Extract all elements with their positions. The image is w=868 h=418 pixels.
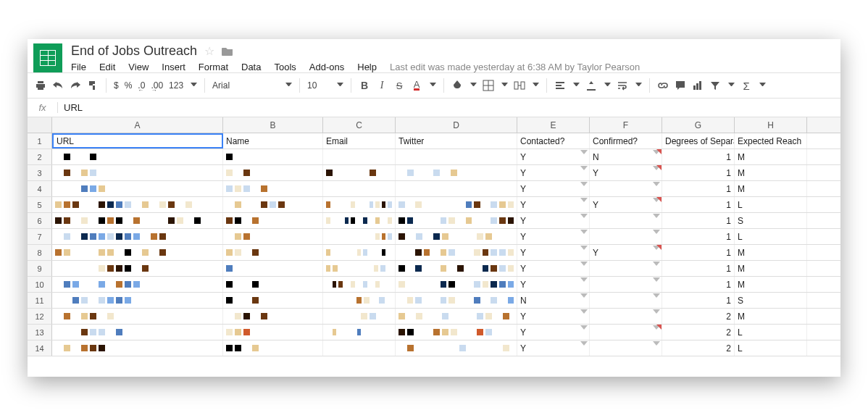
- cell[interactable]: 1: [662, 149, 735, 164]
- cell[interactable]: [396, 149, 517, 164]
- row-header[interactable]: 6: [28, 213, 52, 228]
- cell[interactable]: 1: [662, 197, 735, 212]
- cell[interactable]: [396, 165, 517, 180]
- dropdown-icon[interactable]: [653, 277, 660, 282]
- menu-insert[interactable]: Insert: [162, 62, 185, 72]
- cell[interactable]: Y: [517, 213, 590, 228]
- cell[interactable]: [223, 261, 323, 276]
- cell[interactable]: [52, 309, 223, 324]
- cell[interactable]: Y: [517, 340, 590, 356]
- star-icon[interactable]: ☆: [204, 44, 214, 58]
- link-icon[interactable]: [657, 80, 669, 91]
- cell[interactable]: Y: [590, 165, 662, 180]
- cell[interactable]: [590, 277, 662, 292]
- row-header[interactable]: 11: [28, 293, 52, 308]
- chevron-down-icon[interactable]: [573, 83, 580, 89]
- cell[interactable]: [52, 165, 223, 180]
- cell[interactable]: Y: [517, 197, 590, 212]
- row-header[interactable]: 4: [28, 181, 52, 196]
- chevron-down-icon[interactable]: [191, 83, 197, 89]
- cell[interactable]: [323, 229, 396, 244]
- bold-icon[interactable]: B: [359, 80, 370, 91]
- cell[interactable]: Twitter: [396, 133, 517, 149]
- dropdown-icon[interactable]: [580, 309, 588, 314]
- spreadsheet-grid[interactable]: A B C D E F G H 1 URL Name Email Twitter…: [28, 117, 840, 356]
- row-header[interactable]: 10: [28, 277, 52, 292]
- format-percent[interactable]: %: [125, 80, 133, 91]
- font-size-selector[interactable]: 10: [307, 80, 317, 91]
- col-header-g[interactable]: G: [662, 117, 735, 133]
- decrease-decimal[interactable]: .0←: [138, 80, 145, 91]
- menu-format[interactable]: Format: [199, 62, 228, 72]
- col-header-d[interactable]: D: [396, 117, 517, 133]
- cell[interactable]: S: [735, 293, 807, 308]
- dropdown-icon[interactable]: [580, 277, 588, 282]
- format-currency[interactable]: $: [114, 80, 119, 91]
- col-header-a[interactable]: A: [52, 117, 223, 133]
- cell[interactable]: [323, 277, 396, 292]
- cell[interactable]: [323, 165, 396, 180]
- cell[interactable]: [52, 213, 223, 228]
- text-color-icon[interactable]: A: [411, 80, 422, 91]
- cell[interactable]: [223, 245, 323, 260]
- functions-icon[interactable]: Σ: [740, 80, 752, 91]
- cell[interactable]: M: [735, 165, 807, 180]
- cell[interactable]: M: [735, 277, 807, 292]
- cell[interactable]: Email: [323, 133, 396, 149]
- borders-icon[interactable]: [483, 80, 494, 91]
- chevron-down-icon[interactable]: [470, 83, 477, 89]
- cell[interactable]: [396, 340, 517, 356]
- cell[interactable]: [396, 309, 517, 324]
- cell[interactable]: Degrees of Separation: [662, 133, 735, 149]
- dropdown-icon[interactable]: [653, 262, 660, 266]
- cell[interactable]: URL: [52, 133, 223, 149]
- dropdown-icon[interactable]: [580, 198, 588, 202]
- increase-decimal[interactable]: .00→: [151, 80, 163, 91]
- cell[interactable]: [223, 309, 323, 324]
- cell[interactable]: L: [735, 229, 807, 244]
- cell[interactable]: [396, 261, 517, 276]
- cell[interactable]: [590, 293, 662, 308]
- menu-help[interactable]: Help: [357, 62, 377, 72]
- cell[interactable]: [223, 277, 323, 292]
- cell[interactable]: [590, 325, 662, 340]
- cell[interactable]: [52, 197, 223, 212]
- cell[interactable]: Y: [590, 245, 662, 260]
- cell[interactable]: [223, 165, 323, 180]
- cell[interactable]: [52, 181, 223, 196]
- fill-color-icon[interactable]: [451, 80, 463, 91]
- menu-tools[interactable]: Tools: [274, 62, 296, 72]
- chevron-down-icon[interactable]: [728, 83, 735, 89]
- cell[interactable]: N: [517, 293, 590, 308]
- dropdown-icon[interactable]: [580, 341, 588, 346]
- merge-cells-icon[interactable]: [514, 80, 525, 91]
- cell[interactable]: M: [735, 181, 807, 196]
- comment-icon[interactable]: [675, 80, 686, 91]
- dropdown-icon[interactable]: [653, 182, 660, 186]
- cell[interactable]: M: [735, 309, 807, 324]
- cell[interactable]: [396, 229, 517, 244]
- cell[interactable]: 1: [662, 213, 735, 228]
- cell[interactable]: [52, 340, 223, 356]
- dropdown-icon[interactable]: [653, 293, 660, 298]
- dropdown-icon[interactable]: [580, 214, 588, 218]
- row-header[interactable]: 9: [28, 261, 52, 276]
- folder-icon[interactable]: [222, 46, 233, 57]
- chevron-down-icon[interactable]: [285, 83, 292, 89]
- cell[interactable]: Y: [517, 245, 590, 260]
- print-icon[interactable]: [35, 80, 46, 91]
- col-header-f[interactable]: F: [590, 117, 662, 133]
- cell[interactable]: [52, 325, 223, 340]
- v-align-icon[interactable]: [585, 80, 597, 91]
- dropdown-icon[interactable]: [653, 230, 660, 234]
- cell[interactable]: 1: [662, 229, 735, 244]
- cell[interactable]: 2: [662, 340, 735, 356]
- doc-title[interactable]: End of Jobs Outreach: [71, 43, 197, 59]
- select-all-corner[interactable]: [28, 117, 52, 133]
- cell[interactable]: 1: [662, 165, 735, 180]
- cell[interactable]: [223, 293, 323, 308]
- cell[interactable]: [323, 197, 396, 212]
- cell[interactable]: [396, 325, 517, 340]
- cell[interactable]: [223, 149, 323, 164]
- col-header-e[interactable]: E: [517, 117, 590, 133]
